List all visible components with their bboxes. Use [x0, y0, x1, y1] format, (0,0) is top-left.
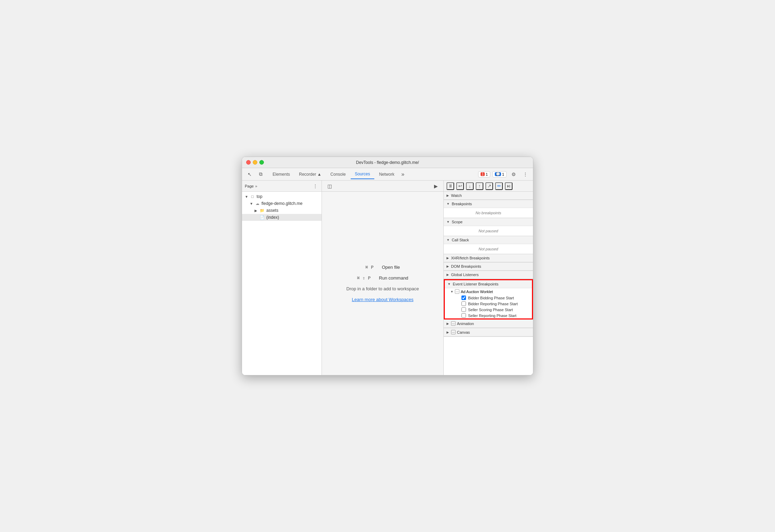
subsection-header-ad-auction[interactable]: ▼ Ad Auction Worklet — [445, 288, 532, 295]
tree-item-top[interactable]: ▼ □ top — [242, 193, 322, 200]
section-title-global: Global Listeners — [451, 273, 479, 277]
window-title: DevTools - fledge-demo.glitch.me/ — [356, 160, 419, 165]
tabbar: ↖ ⧉ Elements Recorder ▲ Console Sources … — [242, 168, 533, 181]
cursor-tool-button[interactable]: ↖ — [245, 169, 255, 179]
section-header-xhr[interactable]: ▶ XHR/fetch Breakpoints — [444, 254, 533, 262]
more-options-button[interactable]: ⋮ — [520, 169, 530, 179]
section-header-event-listener[interactable]: ▼ Event Listener Breakpoints — [445, 280, 532, 288]
tab-sources[interactable]: Sources — [351, 169, 374, 179]
step-button[interactable]: ↗ — [485, 182, 493, 190]
checkbox-seller-reporting[interactable] — [461, 313, 466, 318]
settings-button[interactable]: ⚙ — [509, 169, 518, 179]
arrow-assets: ▶ — [255, 209, 259, 213]
sidebar-toggle-button[interactable]: ◫ — [325, 181, 334, 191]
label-bidder-bidding: Bidder Bidding Phase Start — [468, 296, 514, 300]
right-content: ▶ Watch ▼ Breakpoints No breakpoints ▼ — [444, 192, 533, 375]
panel-more-icon[interactable]: » — [255, 184, 257, 188]
tree-item-assets[interactable]: ▶ 📁 assets — [242, 207, 322, 214]
section-header-dom[interactable]: ▶ DOM Breakpoints — [444, 263, 533, 271]
section-xhr-fetch: ▶ XHR/fetch Breakpoints — [444, 254, 533, 263]
checkbox-item-bidder-bidding: Bidder Bidding Phase Start — [445, 295, 532, 301]
section-canvas: ▶ Canvas — [444, 328, 533, 337]
dash-icon-ad-auction — [455, 289, 459, 294]
more-tabs-button[interactable]: » — [399, 170, 407, 179]
pause-on-exceptions-button[interactable]: ⏯ — [505, 182, 512, 190]
left-panel: Page » ⋮ ▼ □ top ▼ ☁ fledge-demo.glitch.… — [242, 181, 322, 375]
tab-elements[interactable]: Elements — [268, 170, 294, 179]
tabbar-right: 1 1 💬 1 ⚙ ⋮ — [478, 169, 530, 179]
section-title-xhr: XHR/fetch Breakpoints — [451, 256, 490, 260]
checkbox-bidder-reporting[interactable] — [461, 301, 466, 306]
section-dom-breakpoints: ▶ DOM Breakpoints — [444, 263, 533, 271]
arrow-call-stack: ▼ — [447, 238, 450, 242]
arrow-xhr: ▶ — [447, 256, 449, 260]
panel-title: Page — [245, 184, 254, 188]
message-count: 1 — [502, 172, 504, 176]
close-button[interactable] — [246, 160, 251, 165]
editor-content: ⌘ P Open file ⌘ ⇧ P Run command Drop in … — [322, 192, 443, 375]
dash-icon-canvas — [451, 330, 456, 334]
play-button[interactable]: ▶ — [431, 181, 441, 191]
checkbox-bidder-bidding[interactable] — [461, 296, 466, 300]
maximize-button[interactable] — [259, 160, 264, 165]
tree-item-fledge[interactable]: ▼ ☁ fledge-demo.glitch.me — [242, 200, 322, 207]
folder-icon-assets: 📁 — [259, 208, 265, 213]
tree-label-top: top — [257, 194, 262, 199]
arrow-global: ▶ — [447, 273, 449, 276]
step-over-button[interactable]: ↩ — [456, 182, 464, 190]
step-into-button[interactable]: ↓ — [466, 182, 474, 190]
errors-badge-button[interactable]: 1 1 — [478, 171, 490, 177]
shortcut-label-run: Run command — [379, 275, 408, 281]
messages-badge-button[interactable]: 💬 1 — [492, 171, 507, 177]
section-header-animation[interactable]: ▶ Animation — [444, 319, 533, 328]
section-title-breakpoints: Breakpoints — [452, 202, 472, 206]
section-title-watch: Watch — [451, 193, 462, 198]
checkbox-item-seller-scoring: Seller Scoring Phase Start — [445, 307, 532, 313]
tab-recorder[interactable]: Recorder ▲ — [295, 170, 326, 179]
inspect-button[interactable]: ⧉ — [256, 169, 266, 179]
section-scope: ▼ Scope Not paused — [444, 218, 533, 236]
tree-label-fledge: fledge-demo.glitch.me — [261, 201, 302, 206]
section-title-animation: Animation — [457, 322, 474, 326]
section-header-call-stack[interactable]: ▼ Call Stack — [444, 236, 533, 244]
folder-icon-top: □ — [250, 194, 255, 199]
section-header-global[interactable]: ▶ Global Listeners — [444, 271, 533, 279]
tabbar-left: ↖ ⧉ — [245, 169, 266, 179]
three-dots-button[interactable]: ⋮ — [312, 183, 319, 190]
shortcut-key-open: ⌘ P — [365, 265, 373, 270]
tree-label-index: (index) — [266, 215, 279, 220]
deactivate-breakpoints-button[interactable]: ✏ — [495, 182, 503, 190]
section-content-breakpoints: No breakpoints — [444, 208, 533, 218]
panel-header-actions: ⋮ — [312, 183, 319, 190]
dash-icon-animation — [451, 321, 456, 326]
titlebar: DevTools - fledge-demo.glitch.me/ — [242, 157, 533, 168]
tree-item-index[interactable]: 📄 (index) — [242, 214, 322, 221]
minimize-button[interactable] — [253, 160, 257, 165]
tab-network[interactable]: Network — [375, 170, 399, 179]
section-title-call-stack: Call Stack — [452, 238, 469, 242]
section-header-scope[interactable]: ▼ Scope — [444, 218, 533, 226]
arrow-top: ▼ — [245, 195, 250, 199]
section-header-canvas[interactable]: ▶ Canvas — [444, 328, 533, 336]
section-watch: ▶ Watch — [444, 192, 533, 200]
checkbox-seller-scoring[interactable] — [461, 307, 466, 312]
shortcut-key-run: ⌘ ⇧ P — [357, 275, 370, 281]
arrow-breakpoints: ▼ — [447, 202, 450, 206]
section-title-scope: Scope — [452, 220, 462, 224]
error-badge-label: 1 — [486, 172, 488, 176]
step-out-button[interactable]: ↑ — [476, 182, 483, 190]
section-call-stack: ▼ Call Stack Not paused — [444, 236, 533, 254]
section-header-breakpoints[interactable]: ▼ Breakpoints — [444, 200, 533, 208]
arrow-watch: ▶ — [447, 194, 449, 197]
middle-panel: ◫ ▶ ⌘ P Open file ⌘ ⇧ P Run command Drop… — [322, 181, 443, 375]
label-seller-reporting: Seller Reporting Phase Start — [468, 314, 516, 318]
shortcut-open-file: ⌘ P Open file — [365, 265, 400, 270]
workspace-link[interactable]: Learn more about Workspaces — [352, 297, 414, 302]
arrow-dom: ▶ — [447, 265, 449, 268]
pause-button[interactable]: ⏸ — [447, 182, 454, 190]
arrow-event-listener: ▼ — [448, 282, 451, 286]
devtools-window: DevTools - fledge-demo.glitch.me/ ↖ ⧉ El… — [242, 157, 533, 375]
label-bidder-reporting: Bidder Reporting Phase Start — [468, 302, 518, 306]
section-header-watch[interactable]: ▶ Watch — [444, 192, 533, 200]
tab-console[interactable]: Console — [326, 170, 350, 179]
